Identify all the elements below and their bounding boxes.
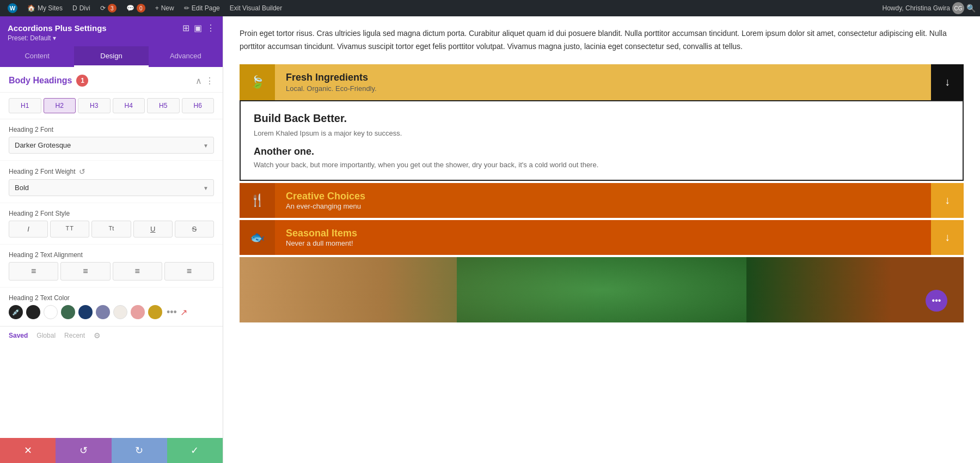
heading-tab-h4[interactable]: H4 [113,98,145,113]
accordion-item-creative: 🍴 Creative Choices An ever-changing menu… [240,183,964,218]
accordion-icon-seasonal: 🐟 [240,220,275,255]
main-layout: Accordions Plus Settings ⊞ ▣ ⋮ Preset: D… [0,16,980,463]
redo-button[interactable]: ↻ [112,438,167,463]
section-title-row: Body Headings 1 [9,75,88,87]
color-swatch-white[interactable] [44,305,58,319]
save-button[interactable]: ✓ [167,438,223,463]
color-settings-icon[interactable]: ⚙ [94,331,101,340]
font-weight-reset[interactable]: ↺ [79,167,85,176]
heading-tab-h2[interactable]: H2 [44,98,76,113]
color-swatch-gold[interactable] [148,305,162,319]
color-swatch-navy[interactable] [78,305,93,319]
accordion-title-area-creative: Creative Choices An ever-changing menu [275,183,931,218]
font-select[interactable]: Darker Grotesque Arial Georgia [9,137,214,154]
color-swatch-lavender[interactable] [96,305,110,319]
style-capitalize[interactable]: Tt [91,221,131,237]
align-center[interactable]: ≡ [60,262,110,281]
content-sub-fresh: Lorem Khaled Ipsum is a major key to suc… [254,129,950,137]
color-swatch-pink[interactable] [131,305,145,319]
edit-page-button[interactable]: ✏ Edit Page [181,0,223,16]
comments-icon: 💬 [126,4,134,12]
tab-advanced[interactable]: Advanced [149,46,223,67]
panel-title-row: Accordions Plus Settings ⊞ ▣ ⋮ [8,23,215,33]
global-tab[interactable]: Global [36,332,56,339]
section-more-icon[interactable]: ⋮ [205,76,214,86]
style-strikethrough[interactable]: S [175,221,214,237]
redo-icon: ↻ [135,444,143,456]
accordion-toggle-creative[interactable]: ↓ [931,183,964,218]
font-weight-label: Heading 2 Font Weight ↺ [9,167,214,176]
capture-icon[interactable]: ⊞ [182,23,189,33]
accordion-title-creative: Creative Choices [286,191,920,202]
font-label: Heading 2 Font [9,126,214,133]
font-select-wrapper: Darker Grotesque Arial Georgia [9,137,214,154]
section-badge: 1 [76,75,88,87]
heading-tab-h3[interactable]: H3 [78,98,111,113]
wordpress-logo[interactable]: W [4,0,21,16]
more-colors-icon[interactable]: ••• [167,307,177,318]
align-right[interactable]: ≡ [113,262,162,281]
exit-visual-builder[interactable]: Exit Visual Builder [226,0,286,16]
style-underline[interactable]: U [133,221,173,237]
tab-design[interactable]: Design [74,46,148,67]
section-header-icons: ∧ ⋮ [195,76,214,86]
collapse-icon[interactable]: ∧ [195,76,202,86]
content-title2-fresh: Another one. [254,146,950,157]
tab-content[interactable]: Content [0,46,74,67]
accordion-toggle-seasonal[interactable]: ↓ [931,220,964,255]
color-swatch-cream[interactable] [113,305,127,319]
text-color-section: Heading 2 Text Color 💉 ••• ↗ [0,288,223,326]
search-icon[interactable]: 🔍 [966,4,976,13]
divi-icon: D [72,4,77,12]
my-sites-menu[interactable]: 🏠 My Sites [24,0,66,16]
panel-content: Body Headings 1 ∧ ⋮ H1 H2 H3 H4 H5 H6 He… [0,67,223,438]
avatar: CG [952,2,964,14]
more-icon[interactable]: ⋮ [206,23,215,33]
divi-menu[interactable]: D Divi [69,0,94,16]
house-icon: 🏠 [27,4,35,12]
new-menu[interactable]: + New [152,0,177,16]
heading-tab-h5[interactable]: H5 [147,98,180,113]
accordion-title-fresh: Fresh Ingredients [286,72,920,83]
clear-color-icon[interactable]: ↗ [180,307,187,318]
recent-tab[interactable]: Recent [64,332,85,339]
content-title-fresh: Build Back Better. [254,112,950,125]
panel-header-icons: ⊞ ▣ ⋮ [182,23,215,33]
updates-item[interactable]: ⟳ 3 [97,0,120,16]
accordion-toggle-fresh[interactable]: ↓ [931,64,964,100]
saved-tab[interactable]: Saved [9,332,28,339]
font-weight-select[interactable]: Bold Normal Light [9,179,214,196]
accordion-subtitle-seasonal: Never a dull moment! [286,239,920,247]
right-content: Proin eget tortor risus. Cras ultricies … [223,16,980,463]
heading-tabs: H1 H2 H3 H4 H5 H6 [0,93,223,119]
accordion-item-seasonal: 🐟 Seasonal Items Never a dull moment! ↓ [240,220,964,255]
accordion-header-creative[interactable]: 🍴 Creative Choices An ever-changing menu… [240,183,964,218]
cancel-button[interactable]: ✕ [0,438,56,463]
dot-menu-button[interactable]: ••• [926,290,947,312]
undo-button[interactable]: ↺ [56,438,111,463]
accordion-header-seasonal[interactable]: 🐟 Seasonal Items Never a dull moment! ↓ [240,220,964,255]
accordion-icon-creative: 🍴 [240,183,275,218]
cancel-icon: ✕ [24,444,32,456]
style-uppercase[interactable]: TT [50,221,89,237]
updates-icon: ⟳ [100,4,106,12]
wp-icon: W [8,3,17,13]
align-left[interactable]: ≡ [9,262,58,281]
heading-tab-h1[interactable]: H1 [9,98,41,113]
heading-tab-h6[interactable]: H6 [182,98,215,113]
style-italic[interactable]: I [9,221,48,237]
align-justify[interactable]: ≡ [164,262,214,281]
plus-icon: + [155,4,159,12]
preset-selector[interactable]: Preset: Default ▾ [8,34,215,42]
color-swatches: 💉 ••• ↗ [9,305,214,319]
color-eyedropper[interactable]: 💉 [9,305,23,319]
text-alignment-label: Heading 2 Text Alignment [9,251,214,259]
color-swatch-dark[interactable] [26,305,40,319]
veg-area [457,257,746,322]
comments-item[interactable]: 💬 0 [123,0,149,16]
layout-icon[interactable]: ▣ [194,23,202,33]
accordion-header-fresh[interactable]: 🍃 Fresh Ingredients Local. Organic. Eco-… [240,64,964,100]
color-swatch-green[interactable] [61,305,75,319]
accordion-subtitle-creative: An ever-changing menu [286,202,920,210]
pencil-icon: ✏ [184,4,189,12]
